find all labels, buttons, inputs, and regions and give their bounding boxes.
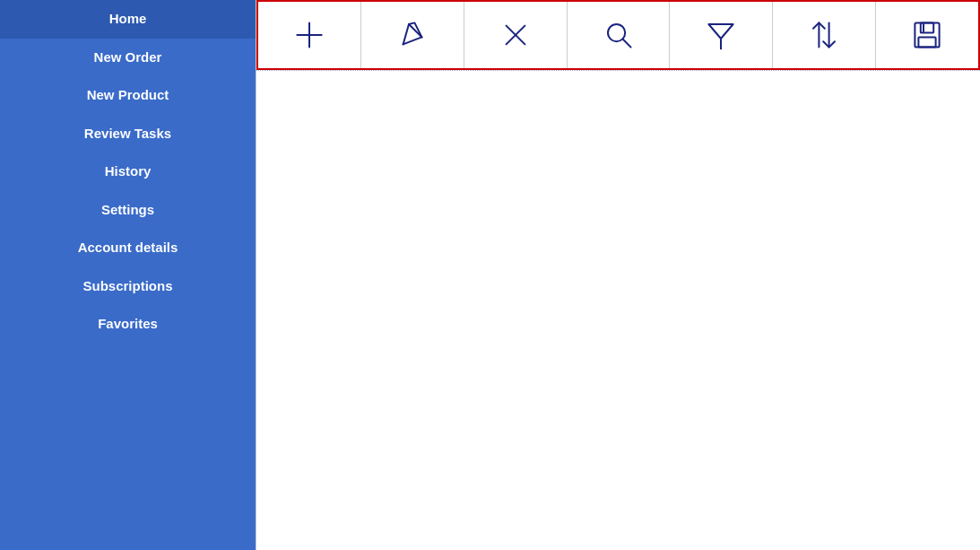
- sort-icon: [806, 17, 842, 53]
- filter-icon: [703, 17, 739, 53]
- edit-icon: [395, 17, 430, 53]
- svg-line-2: [403, 24, 408, 44]
- filter-button[interactable]: [670, 2, 773, 68]
- sidebar-item-settings[interactable]: Settings: [0, 191, 256, 230]
- plus-icon: [291, 17, 327, 53]
- sort-button[interactable]: [773, 2, 876, 68]
- search-icon: [601, 17, 637, 53]
- edit-button[interactable]: [361, 2, 464, 68]
- sidebar-item-subscriptions[interactable]: Subscriptions: [0, 267, 256, 306]
- sidebar-item-new-product[interactable]: New Product: [0, 76, 256, 115]
- close-icon: [498, 17, 533, 53]
- toolbar: [256, 0, 980, 70]
- svg-rect-14: [918, 37, 935, 47]
- svg-rect-13: [921, 22, 933, 32]
- content-area: [256, 70, 980, 550]
- sidebar-item-home[interactable]: Home: [0, 0, 256, 39]
- sidebar-item-history[interactable]: History: [0, 153, 256, 191]
- save-button[interactable]: [876, 2, 978, 68]
- main-content: [256, 0, 980, 550]
- search-button[interactable]: [568, 2, 671, 68]
- svg-line-4: [403, 37, 421, 44]
- delete-button[interactable]: [464, 2, 568, 68]
- sidebar-item-account-details[interactable]: Account details: [0, 229, 256, 267]
- sidebar-item-new-order[interactable]: New Order: [0, 39, 256, 77]
- save-icon: [909, 17, 945, 53]
- sidebar: HomeNew OrderNew ProductReview TasksHist…: [0, 0, 256, 550]
- add-button[interactable]: [258, 2, 361, 68]
- sidebar-item-favorites[interactable]: Favorites: [0, 305, 256, 344]
- sidebar-item-review-tasks[interactable]: Review Tasks: [0, 115, 256, 153]
- svg-line-8: [622, 39, 630, 48]
